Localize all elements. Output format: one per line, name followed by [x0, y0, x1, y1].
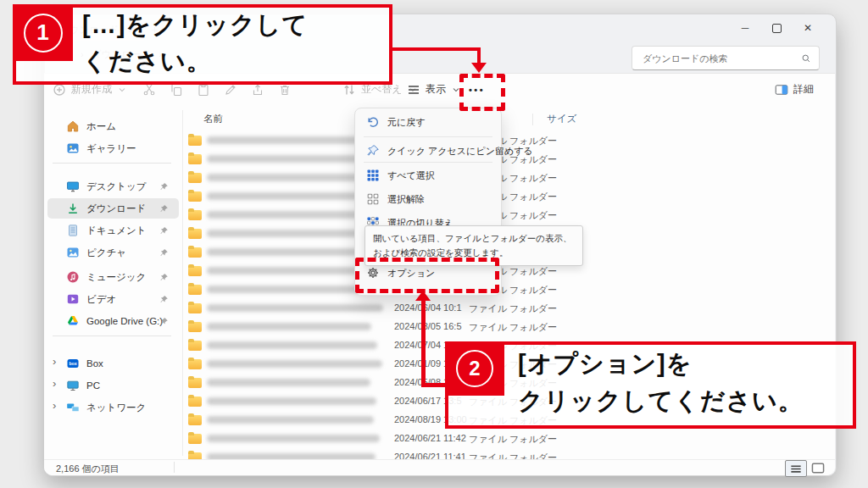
details-pane-button[interactable]: 詳細: [775, 78, 814, 101]
menu-item-label: すべて選択: [387, 169, 435, 182]
item-count: 2,166 個の項目: [56, 463, 120, 475]
sidebar-item-gallery[interactable]: ギャラリー: [47, 138, 179, 158]
chevron-right-icon: ›: [53, 377, 56, 390]
folder-icon: [188, 341, 202, 351]
date-modified: 2024/06/04 10:1: [394, 302, 462, 313]
sidebar-item-label: Google Drive (G:): [86, 316, 163, 326]
details-view-toggle[interactable]: [785, 460, 807, 477]
sidebar-item-pc[interactable]: ›PC: [47, 375, 179, 396]
sidebar-item-label: Box: [86, 358, 103, 369]
column-header-size[interactable]: サイズ: [547, 113, 576, 125]
file-row[interactable]: 2024/08/05 16:5ファイル フォルダー: [182, 318, 835, 336]
menu-item-label: クイック アクセスにピン留めする: [387, 145, 533, 158]
highlight-box-options: [355, 258, 499, 293]
step1-number: 1: [24, 14, 63, 53]
maximize-button[interactable]: [762, 19, 791, 37]
sidebar-item-label: ギャラリー: [86, 142, 136, 155]
menu-item-deselect[interactable]: 選択解除: [359, 188, 498, 210]
desktop-icon: [66, 180, 80, 193]
folder-icon: [188, 322, 202, 332]
sidebar-item-network[interactable]: ›ネットワーク: [47, 397, 179, 418]
sidebar-item-documents[interactable]: ドキュメント: [47, 220, 179, 241]
file-type: ファイル フォルダー: [469, 433, 557, 446]
column-headers: 名前 サイズ: [182, 113, 835, 127]
file-row[interactable]: 2024/06/21 11:41ファイル フォルダー: [182, 448, 835, 459]
view-button[interactable]: 表示: [407, 78, 461, 101]
sidebar-item-videos[interactable]: ビデオ: [47, 289, 179, 309]
sidebar-item-google-drive[interactable]: Google Drive (G:): [47, 311, 179, 331]
sidebar-item-desktop[interactable]: デスクトップ: [47, 176, 179, 197]
pin-icon: [159, 226, 169, 236]
sidebar-item-box[interactable]: ›boxBox: [47, 353, 179, 374]
search-input[interactable]: [632, 53, 801, 64]
sidebar-item-label: ダウンロード: [86, 202, 146, 215]
chevron-right-icon: ›: [53, 355, 56, 368]
sidebar-item-home[interactable]: ホーム: [47, 116, 179, 136]
folder-icon: [188, 136, 202, 146]
arrow-to-options: [415, 291, 431, 301]
file-row[interactable]: ファイル フォルダー: [182, 169, 835, 187]
file-row[interactable]: ファイル フォルダー: [182, 206, 835, 225]
menu-item-pin-to-quick-access[interactable]: クイック アクセスにピン留めする: [359, 140, 498, 162]
chevron-down-icon: [117, 85, 127, 95]
view-lines-icon: [407, 83, 420, 97]
folder-icon: [188, 229, 202, 239]
blurred-filename: [207, 435, 380, 442]
folder-icon: [188, 396, 202, 407]
gallery-icon: [66, 141, 80, 155]
chevron-right-icon: ›: [53, 399, 56, 412]
navigation-sidebar: ホームギャラリーデスクトップダウンロードドキュメントピクチャミュージックビデオG…: [44, 105, 182, 459]
sidebar-item-label: ホーム: [86, 120, 116, 133]
deselect-icon: [366, 192, 380, 206]
minimize-button[interactable]: ─: [731, 19, 760, 37]
file-row[interactable]: ファイル フォルダー: [182, 187, 835, 206]
blurred-filename: [207, 211, 370, 219]
file-type: ファイル フォルダー: [469, 321, 557, 334]
sidebar-separator: [53, 336, 171, 336]
file-row[interactable]: 2024/06/04 10:1ファイル フォルダー: [182, 299, 835, 318]
box-icon: box: [66, 357, 80, 370]
video-icon: [66, 292, 80, 306]
blurred-filename: [207, 304, 383, 312]
folder-icon: [188, 247, 202, 258]
menu-item-undo[interactable]: 元に戻す: [359, 111, 498, 133]
pinblue-icon: [366, 144, 380, 158]
thumbnail-view-toggle[interactable]: [808, 460, 828, 475]
sidebar-item-label: ビデオ: [86, 293, 116, 306]
sidebar-item-pictures[interactable]: ピクチャ: [47, 242, 179, 263]
pin-icon: [159, 182, 169, 191]
blurred-filename: [207, 360, 382, 368]
menu-item-label: 選択解除: [387, 193, 425, 206]
step2-number: 2: [456, 350, 493, 387]
menu-item-label: 元に戻す: [387, 116, 426, 129]
folder-icon: [188, 285, 202, 295]
file-row[interactable]: 2024/06/21 11:42ファイル フォルダー: [182, 430, 835, 448]
sidebar-item-label: ドキュメント: [86, 225, 147, 237]
step2-text-line2: クリックしてください。: [518, 385, 804, 419]
sidebar-item-music[interactable]: ミュージック: [47, 267, 179, 287]
date-modified: 2024/06/21 11:41: [394, 452, 466, 459]
home-icon: [66, 119, 80, 133]
pictures-icon: [66, 246, 80, 259]
sidebar-item-downloads[interactable]: ダウンロード: [47, 198, 179, 219]
menu-item-select-all[interactable]: すべて選択: [359, 164, 498, 186]
close-button[interactable]: ✕: [793, 19, 822, 37]
step1-text-line1: […]をクリックして: [82, 8, 308, 42]
folder-icon: [188, 434, 202, 444]
column-header-name[interactable]: 名前: [203, 113, 223, 125]
pin-icon: [159, 273, 169, 282]
details-pane-icon: [775, 83, 788, 97]
blurred-filename: [207, 286, 372, 293]
blurred-filename: [207, 341, 377, 349]
blurred-filename: [207, 416, 374, 424]
undo-icon: [366, 115, 380, 129]
download-icon: [66, 202, 80, 215]
folder-icon: [188, 378, 202, 388]
step2-text-line1: [オプション]を: [518, 347, 692, 381]
menu-separator: [364, 136, 492, 137]
file-type: ファイル フォルダー: [469, 452, 557, 459]
file-row[interactable]: ファイル フォルダー: [182, 280, 835, 299]
highlight-box-more-button: [459, 74, 505, 111]
blurred-filename: [207, 248, 375, 256]
search-box[interactable]: [632, 46, 820, 70]
